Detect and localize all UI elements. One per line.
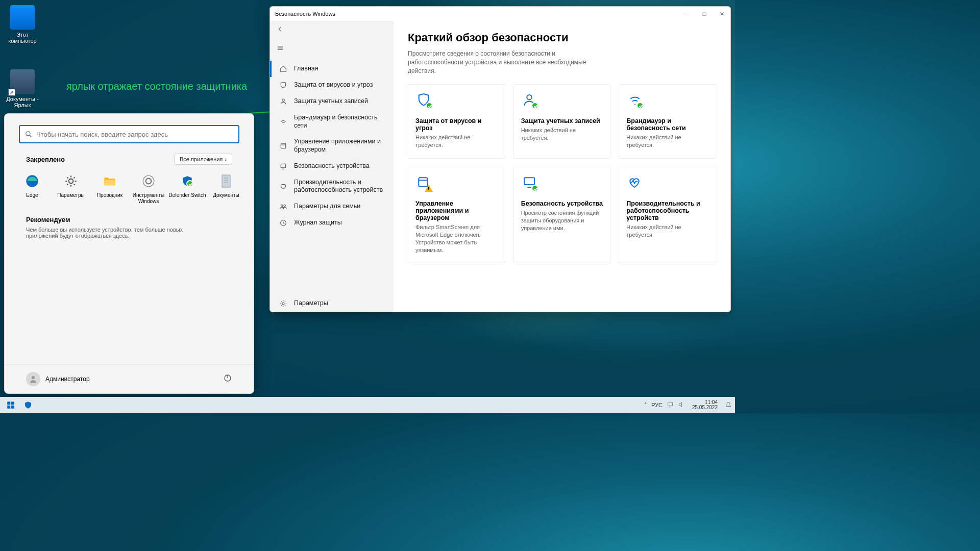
- tile-wifi[interactable]: Брандмауэр и безопасность сетиНикаких де…: [619, 84, 716, 159]
- hamburger-button[interactable]: [270, 39, 394, 61]
- recommended-header: Рекомендуем: [26, 216, 232, 223]
- tray-clock[interactable]: 11:04 25.05.2022: [689, 400, 721, 411]
- shield-icon: [415, 92, 498, 110]
- page-heading: Краткий обзор безопасности: [408, 31, 716, 44]
- svg-rect-31: [7, 402, 10, 405]
- device-icon: [279, 162, 288, 170]
- sidebar-item-heart[interactable]: Производительность и работоспособность у…: [270, 174, 394, 198]
- svg-point-6: [143, 176, 154, 187]
- app-icon: [279, 142, 288, 150]
- shortcut-arrow-icon: ↗: [8, 89, 15, 96]
- sidebar-item-wifi[interactable]: Брандмауэр и безопасность сети: [270, 110, 394, 134]
- user-account-button[interactable]: Администратор: [26, 372, 90, 386]
- history-icon: [279, 219, 288, 227]
- annotation-text: ярлык отражает состояние защитника: [66, 81, 247, 92]
- svg-point-22: [281, 205, 283, 206]
- wifi-icon: [626, 92, 708, 110]
- svg-rect-35: [668, 403, 672, 406]
- tray-chevron-icon[interactable]: ˄: [644, 402, 647, 409]
- home-icon: [279, 65, 288, 73]
- tile-heart[interactable]: Производительность и работоспособность у…: [619, 167, 716, 263]
- pin-documents[interactable]: Документы: [207, 171, 246, 210]
- svg-rect-4: [105, 180, 115, 186]
- pin-defender-switch[interactable]: Defender Switch: [168, 171, 207, 210]
- pinned-apps-grid: Edge Параметры Проводник Инструменты Win…: [5, 169, 254, 210]
- person-icon: [279, 97, 288, 106]
- page-lead: Просмотрите сведения о состоянии безопас…: [408, 49, 612, 75]
- avatar-icon: [26, 372, 40, 386]
- svg-point-25: [282, 303, 284, 305]
- sidebar-item-device[interactable]: Безопасность устройства: [270, 158, 394, 174]
- gear-icon: [63, 173, 79, 189]
- content-area: Краткий обзор безопасности Просмотрите с…: [394, 21, 730, 312]
- svg-rect-18: [281, 143, 285, 148]
- tile-device[interactable]: Безопасность устройстваПросмотр состояни…: [513, 167, 611, 263]
- wifi-icon: [279, 118, 288, 126]
- device-icon: [521, 174, 603, 193]
- svg-line-1: [30, 135, 32, 137]
- sidebar-item-app[interactable]: Управление приложениями и браузером: [270, 134, 394, 158]
- svg-rect-29: [524, 178, 534, 185]
- window-title: Безопасность Windows: [275, 11, 335, 17]
- start-button[interactable]: [3, 398, 18, 412]
- pin-explorer[interactable]: Проводник: [90, 171, 129, 210]
- sidebar-item-family[interactable]: Параметры для семьи: [270, 198, 394, 215]
- pin-edge[interactable]: Edge: [13, 171, 52, 210]
- recommended-text: Чем больше вы используете устройство, те…: [26, 227, 210, 239]
- shield-check-icon: [179, 173, 195, 189]
- svg-point-23: [284, 205, 285, 206]
- tile-app[interactable]: Управление приложениями и браузеромФильт…: [408, 167, 505, 263]
- edge-icon: [24, 173, 40, 189]
- sidebar-item-settings[interactable]: Параметры: [270, 295, 394, 312]
- person-icon: [521, 92, 603, 110]
- svg-point-26: [527, 95, 531, 99]
- desktop-icon-label: Этот компьютер: [3, 32, 42, 44]
- desktop-icon-documents-shortcut[interactable]: ↗ Документы - Ярлык: [3, 69, 42, 108]
- heart-icon: [626, 174, 708, 193]
- power-icon: [223, 373, 232, 383]
- svg-point-11: [32, 376, 35, 379]
- minimize-button[interactable]: ─: [678, 7, 696, 21]
- tray-volume-icon[interactable]: [678, 401, 685, 409]
- start-menu-search[interactable]: [19, 125, 239, 143]
- svg-rect-33: [7, 406, 10, 409]
- search-icon: [25, 131, 32, 138]
- pin-settings[interactable]: Параметры: [52, 171, 90, 210]
- tile-person[interactable]: Защита учетных записейНикаких действий н…: [513, 84, 611, 159]
- svg-point-3: [69, 179, 74, 184]
- search-input[interactable]: [36, 131, 233, 138]
- tray-notifications-icon[interactable]: [725, 401, 732, 409]
- close-button[interactable]: ✕: [713, 7, 730, 21]
- family-icon: [279, 203, 288, 211]
- shield-icon: [23, 400, 33, 410]
- security-window: Безопасность Windows ─ □ ✕ ГлавнаяЗащита…: [270, 6, 731, 312]
- sidebar-item-history[interactable]: Журнал защиты: [270, 215, 394, 231]
- sidebar-item-shield[interactable]: Защита от вирусов и угроз: [270, 77, 394, 93]
- svg-rect-20: [281, 164, 285, 167]
- back-button[interactable]: [270, 21, 394, 39]
- power-button[interactable]: [223, 373, 232, 385]
- svg-rect-7: [222, 175, 230, 187]
- taskbar: ˄ РУС 11:04 25.05.2022: [0, 397, 735, 413]
- pin-windows-tools[interactable]: Инструменты Windows: [129, 171, 168, 210]
- desktop-icon-this-pc[interactable]: Этот компьютер: [3, 5, 42, 44]
- tray-language[interactable]: РУС: [651, 402, 663, 408]
- taskbar-app-security[interactable]: [20, 398, 36, 412]
- sidebar-item-person[interactable]: Защита учетных записей: [270, 93, 394, 110]
- titlebar[interactable]: Безопасность Windows ─ □ ✕: [270, 7, 730, 21]
- start-menu: Закреплено Все приложения › Edge Парамет…: [4, 113, 254, 394]
- tools-icon: [140, 173, 157, 189]
- maximize-button[interactable]: □: [696, 7, 713, 21]
- svg-point-17: [282, 99, 285, 102]
- sidebar-item-home[interactable]: Главная: [270, 61, 394, 77]
- windows-icon: [6, 400, 15, 410]
- svg-point-0: [26, 132, 30, 136]
- svg-rect-34: [11, 406, 14, 409]
- heart-icon: [279, 182, 288, 190]
- tray-network-icon[interactable]: [667, 401, 674, 409]
- all-apps-button[interactable]: Все приложения ›: [174, 154, 232, 165]
- folder-icon: [102, 173, 118, 189]
- svg-point-5: [146, 179, 152, 184]
- document-icon: [218, 173, 234, 189]
- tile-shield[interactable]: Защита от вирусов и угрозНикаких действи…: [408, 84, 505, 159]
